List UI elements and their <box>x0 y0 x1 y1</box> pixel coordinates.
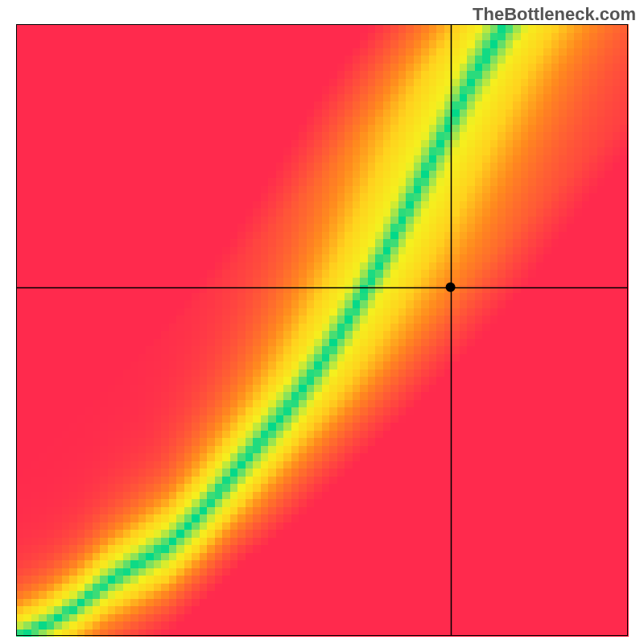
watermark-text: TheBottleneck.com <box>473 4 636 25</box>
chart-container: TheBottleneck.com <box>0 0 644 644</box>
overlay-canvas <box>0 0 644 644</box>
